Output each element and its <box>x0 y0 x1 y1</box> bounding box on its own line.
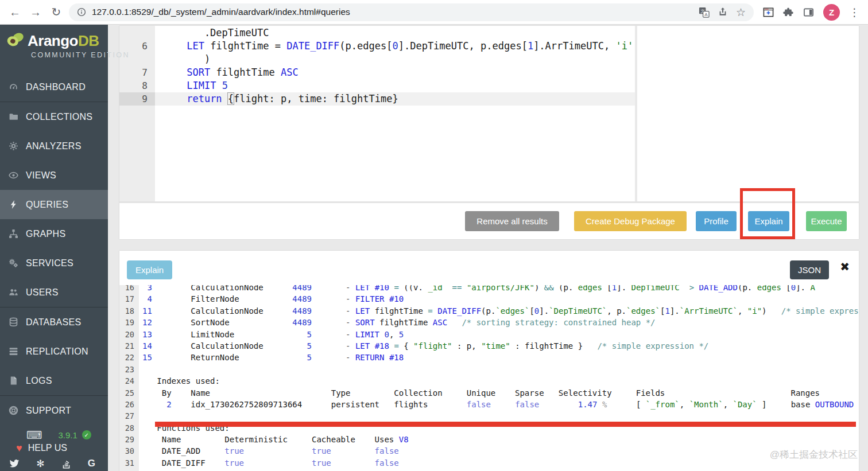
sidebar: ArangoDB COMMUNITY EDITION DASHBOARDCOLL… <box>0 25 108 471</box>
editor-line: return {flight: p, time: filghtTime} <box>155 92 635 106</box>
google-icon[interactable]: G <box>88 458 95 469</box>
browser-chrome: ← → ↻ 127.0.0.1:8529/_db/_system/_admin/… <box>0 0 868 25</box>
explain-line: DATE_ADD true true false <box>142 445 859 457</box>
sidebar-item-label: SUPPORT <box>26 406 71 416</box>
editor-line: .DepTimeUTC <box>155 26 635 40</box>
sidebar-item-users[interactable]: USERS <box>0 278 108 307</box>
explain-output[interactable]: 16171819202122232425262728293031 3 Calcu… <box>119 285 859 471</box>
create-debug-package-button[interactable]: Create Debug Package <box>574 211 687 231</box>
extension-window-icon[interactable] <box>763 7 774 18</box>
analyzers-icon <box>9 141 26 151</box>
line-number: 25 <box>119 387 139 399</box>
forward-icon[interactable]: → <box>25 6 46 19</box>
sidebar-item-views[interactable]: VIEWS <box>0 161 108 190</box>
editor-code-area[interactable]: .DepTimeUTC LET filghtTime = DATE_DIFF(p… <box>155 26 635 201</box>
line-number: 22 <box>119 352 139 363</box>
sidebar-item-label: GRAPHS <box>26 229 65 239</box>
bind-parameters-panel[interactable] <box>637 26 859 201</box>
explain-line: 15 ReturnNode 5 - RETURN #18 <box>142 352 859 363</box>
execute-button[interactable]: Execute <box>806 211 847 231</box>
version-row: ⌨ 3.9.1 ✓ <box>0 429 108 441</box>
twitter-icon[interactable] <box>9 458 20 469</box>
line-number <box>119 26 155 40</box>
sidebar-item-collections[interactable]: COLLECTIONS <box>0 102 108 131</box>
side-panel-icon[interactable] <box>803 7 814 18</box>
sidebar-item-label: DASHBOARD <box>26 82 86 92</box>
sidebar-item-graphs[interactable]: GRAPHS <box>0 219 108 248</box>
address-bar[interactable]: 127.0.0.1:8529/_db/_system/_admin/aardva… <box>69 3 754 21</box>
explain-line: 12 SortNode 4489 - SORT filghtTime ASC /… <box>142 317 859 328</box>
explain-line: By Name Type Collection Unique Sparse Se… <box>142 387 859 399</box>
line-number: 20 <box>119 329 139 340</box>
json-toggle-button[interactable]: JSON <box>790 260 829 279</box>
services-icon <box>9 258 26 268</box>
line-number: 21 <box>119 340 139 352</box>
profile-avatar[interactable]: Z <box>823 4 840 21</box>
line-number: 7 <box>119 66 155 79</box>
sidebar-item-help-us[interactable]: ♥ HELP US <box>0 441 108 455</box>
svg-text:A: A <box>704 11 708 17</box>
stackoverflow-icon[interactable] <box>61 459 71 469</box>
sidebar-item-label: DATABASES <box>26 317 81 328</box>
page-info-icon[interactable] <box>77 7 86 17</box>
heart-icon: ♥ <box>16 442 22 454</box>
explain-result-badge: Explain <box>127 260 172 279</box>
explain-line: Indexes used: <box>142 375 859 387</box>
editor-line: ) <box>155 53 635 66</box>
explain-line: 11 CalculationNode 4489 - LET filghtTime… <box>142 305 859 317</box>
slack-icon[interactable]: ✻ <box>36 458 44 470</box>
translate-icon[interactable]: 文A <box>699 7 710 18</box>
arangodb-logo: ArangoDB COMMUNITY EDITION <box>0 25 108 72</box>
replication-icon <box>9 347 26 356</box>
explain-button[interactable]: Explain <box>748 211 789 231</box>
sidebar-item-replication[interactable]: REPLICATION <box>0 337 108 366</box>
sidebar-item-services[interactable]: SERVICES <box>0 248 108 278</box>
keyboard-shortcuts-icon[interactable]: ⌨ <box>26 429 42 442</box>
line-number: 19 <box>119 317 139 328</box>
editor-line: LET filghtTime = DATE_DIFF(p.edges[0].De… <box>155 40 635 53</box>
sidebar-item-logs[interactable]: LOGS <box>0 366 108 395</box>
line-number: 24 <box>119 375 139 387</box>
sidebar-item-support[interactable]: SUPPORT <box>0 395 108 425</box>
sidebar-item-label: LOGS <box>26 376 52 386</box>
explain-line <box>142 410 859 422</box>
explain-line: Functions used: <box>142 422 859 434</box>
explain-line: 3 CalculationNode 4489 - LET #10 = ((v.`… <box>142 285 859 293</box>
query-toolbar: Remove all resultsCreate Debug PackagePr… <box>119 201 859 239</box>
profile-button[interactable]: Profile <box>696 211 737 231</box>
explain-result-header: Explain JSON ✖ <box>119 251 859 285</box>
query-editor-card: 6789 .DepTimeUTC LET filghtTime = DATE_D… <box>119 26 859 239</box>
sidebar-item-label: USERS <box>26 287 59 298</box>
back-icon[interactable]: ← <box>5 6 25 19</box>
social-links: ✻ G <box>0 455 108 471</box>
aql-editor[interactable]: 6789 .DepTimeUTC LET filghtTime = DATE_D… <box>119 26 859 201</box>
sidebar-item-analyzers[interactable]: ANALYZERS <box>0 131 108 161</box>
reload-icon[interactable]: ↻ <box>46 5 67 19</box>
sidebar-item-label: QUERIES <box>26 200 68 210</box>
chrome-menu-icon[interactable]: ⋮ <box>849 6 860 19</box>
dashboard-icon <box>9 82 26 92</box>
close-result-icon[interactable]: ✖ <box>840 260 850 274</box>
databases-icon <box>9 317 26 327</box>
explain-line: Name Deterministic Cacheable Uses V8 <box>142 434 859 445</box>
remove-all-results-button[interactable]: Remove all results <box>465 211 559 231</box>
line-number: 9 <box>119 92 155 106</box>
editor-line: LIMIT 5 <box>155 79 635 92</box>
extensions-puzzle-icon[interactable] <box>783 7 794 18</box>
line-number: 29 <box>119 434 139 445</box>
collections-icon <box>9 112 26 122</box>
line-number: 26 <box>119 399 139 410</box>
sidebar-item-queries[interactable]: QUERIES <box>0 190 108 219</box>
explain-line: 2 idx_1730262752809713664 persistent fli… <box>142 399 859 410</box>
sidebar-item-databases[interactable]: DATABASES <box>0 307 108 337</box>
version-check-icon: ✓ <box>82 430 91 439</box>
explain-gutter: 16171819202122232425262728293031 <box>119 285 139 471</box>
bookmark-star-icon[interactable]: ☆ <box>736 6 746 19</box>
line-number: 31 <box>119 457 139 469</box>
main-area: 6789 .DepTimeUTC LET filghtTime = DATE_D… <box>108 25 868 471</box>
explain-line <box>142 364 859 375</box>
sidebar-item-dashboard[interactable]: DASHBOARD <box>0 72 108 102</box>
share-icon[interactable] <box>718 7 728 17</box>
editor-line: SORT filghtTime ASC <box>155 66 635 79</box>
line-number: 23 <box>119 364 139 375</box>
